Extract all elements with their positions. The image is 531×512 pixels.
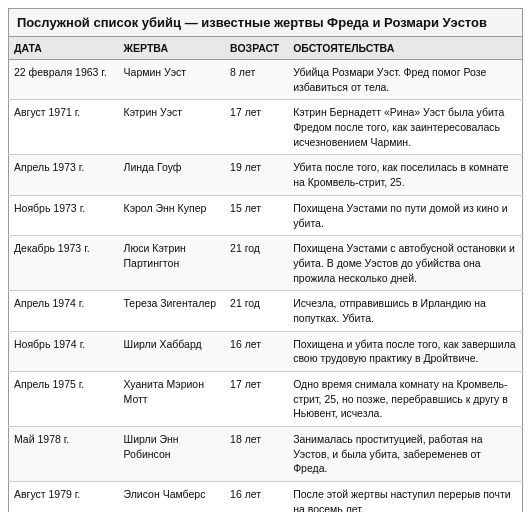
cell-date: Август 1971 г. <box>9 100 119 155</box>
page-container: Послужной список убийц — известные жертв… <box>0 0 531 512</box>
cell-date: Август 1979 г. <box>9 482 119 512</box>
cell-date: Ноябрь 1974 г. <box>9 331 119 371</box>
victims-table: ДАТА ЖЕРТВА ВОЗРАСТ ОБСТОЯТЕЛЬСТВА 22 фе… <box>8 37 523 512</box>
table-header-row: ДАТА ЖЕРТВА ВОЗРАСТ ОБСТОЯТЕЛЬСТВА <box>9 37 523 60</box>
cell-victim: Линда Гоуф <box>119 155 226 195</box>
table-row: Май 1978 г.Ширли Энн Робинсон18 летЗаним… <box>9 427 523 482</box>
cell-date: 22 февраля 1963 г. <box>9 60 119 100</box>
cell-date: Апрель 1973 г. <box>9 155 119 195</box>
page-title: Послужной список убийц — известные жертв… <box>8 8 523 37</box>
table-row: Апрель 1973 г.Линда Гоуф19 летУбита посл… <box>9 155 523 195</box>
cell-age: 8 лет <box>225 60 288 100</box>
header-date: ДАТА <box>9 37 119 60</box>
table-row: Апрель 1974 г.Тереза Зигенталер21 годИсч… <box>9 291 523 331</box>
header-victim: ЖЕРТВА <box>119 37 226 60</box>
cell-victim: Чармин Уэст <box>119 60 226 100</box>
cell-age: 17 лет <box>225 100 288 155</box>
cell-date: Ноябрь 1973 г. <box>9 195 119 235</box>
cell-circumstances: Занималась проституцией, работая на Уэст… <box>288 427 522 482</box>
cell-age: 15 лет <box>225 195 288 235</box>
cell-victim: Кэтрин Уэст <box>119 100 226 155</box>
cell-age: 16 лет <box>225 482 288 512</box>
table-row: Ноябрь 1974 г.Ширли Хаббард16 летПохищен… <box>9 331 523 371</box>
cell-age: 16 лет <box>225 331 288 371</box>
cell-victim: Ширли Хаббард <box>119 331 226 371</box>
table-row: Август 1971 г.Кэтрин Уэст17 летКэтрин Бе… <box>9 100 523 155</box>
cell-circumstances: Исчезла, отправившись в Ирландию на попу… <box>288 291 522 331</box>
cell-circumstances: Похищена и убита после того, как заверши… <box>288 331 522 371</box>
cell-victim: Хуанита Мэрион Мотт <box>119 372 226 427</box>
cell-victim: Элисон Чамберс <box>119 482 226 512</box>
cell-circumstances: После этой жертвы наступил перерыв почти… <box>288 482 522 512</box>
cell-age: 17 лет <box>225 372 288 427</box>
cell-circumstances: Убийца Розмари Уэст. Фред помог Розе изб… <box>288 60 522 100</box>
cell-victim: Тереза Зигенталер <box>119 291 226 331</box>
cell-circumstances: Одно время снимала комнату на Кромвель-с… <box>288 372 522 427</box>
cell-date: Декабрь 1973 г. <box>9 236 119 291</box>
cell-circumstances: Похищена Уэстами с автобусной остановки … <box>288 236 522 291</box>
table-row: Апрель 1975 г.Хуанита Мэрион Мотт17 летО… <box>9 372 523 427</box>
table-row: Ноябрь 1973 г.Кэрол Энн Купер15 летПохищ… <box>9 195 523 235</box>
cell-victim: Кэрол Энн Купер <box>119 195 226 235</box>
cell-date: Апрель 1975 г. <box>9 372 119 427</box>
cell-date: Апрель 1974 г. <box>9 291 119 331</box>
cell-age: 18 лет <box>225 427 288 482</box>
header-age: ВОЗРАСТ <box>225 37 288 60</box>
cell-age: 21 год <box>225 291 288 331</box>
cell-circumstances: Убита после того, как поселилась в комна… <box>288 155 522 195</box>
table-row: Декабрь 1973 г.Люси Кэтрин Партингтон21 … <box>9 236 523 291</box>
cell-circumstances: Кэтрин Бернадетт «Рина» Уэст была убита … <box>288 100 522 155</box>
header-circumstances: ОБСТОЯТЕЛЬСТВА <box>288 37 522 60</box>
cell-date: Май 1978 г. <box>9 427 119 482</box>
cell-circumstances: Похищена Уэстами по пути домой из кино и… <box>288 195 522 235</box>
table-row: 22 февраля 1963 г.Чармин Уэст8 летУбийца… <box>9 60 523 100</box>
cell-age: 21 год <box>225 236 288 291</box>
cell-age: 19 лет <box>225 155 288 195</box>
table-row: Август 1979 г.Элисон Чамберс16 летПосле … <box>9 482 523 512</box>
cell-victim: Ширли Энн Робинсон <box>119 427 226 482</box>
cell-victim: Люси Кэтрин Партингтон <box>119 236 226 291</box>
table-body: 22 февраля 1963 г.Чармин Уэст8 летУбийца… <box>9 60 523 513</box>
